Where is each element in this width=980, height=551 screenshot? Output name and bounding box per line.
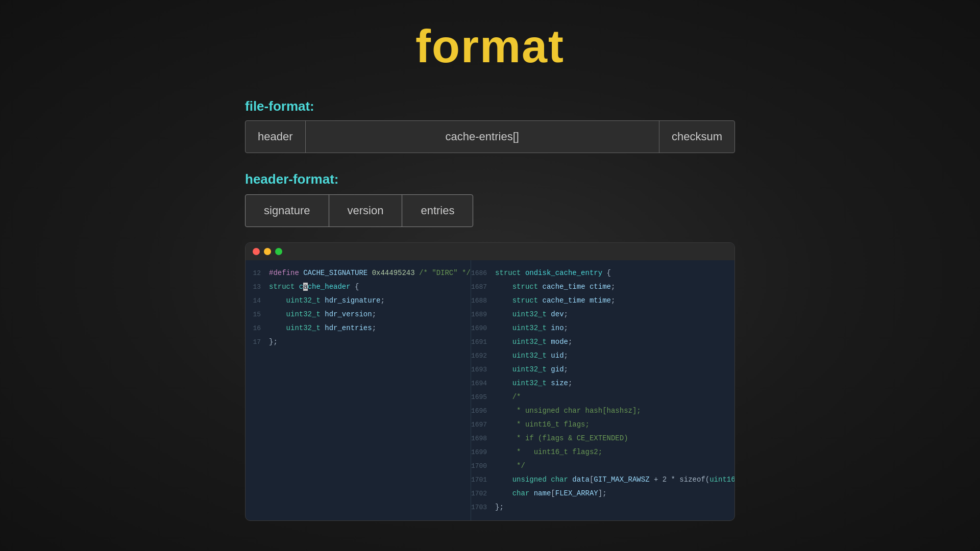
code-line: 1699 * uint16_t flags2; — [471, 445, 735, 459]
file-format-table: header cache-entries[] checksum — [245, 120, 735, 153]
code-line: 1698 * if (flags & CE_EXTENDED) — [471, 432, 735, 445]
format-cell-header: header — [246, 121, 306, 153]
hf-box-signature: signature — [245, 194, 329, 227]
code-line: 14 uint32_t hdr_signature; — [246, 294, 471, 308]
hf-box-version: version — [329, 194, 403, 227]
code-line: 1686 struct ondisk_cache_entry { — [471, 266, 735, 280]
code-line: 1703 }; — [471, 500, 735, 514]
content-area: file-format: header cache-entries[] chec… — [245, 98, 735, 521]
code-line: 1702 char name[FLEX_ARRAY]; — [471, 487, 735, 500]
code-line: 1694 uint32_t size; — [471, 377, 735, 390]
hf-box-entries: entries — [402, 194, 473, 227]
code-line: 16 uint32_t hdr_entries; — [246, 321, 471, 335]
dot-yellow[interactable] — [264, 248, 271, 255]
code-line: 15 uint32_t hdr_version; — [246, 308, 471, 321]
code-line: 1696 * unsigned char hash[hashsz]; — [471, 404, 735, 418]
code-line: 1695 /* — [471, 390, 735, 404]
format-cell-checksum: checksum — [659, 121, 734, 153]
code-line: 1691 uint32_t mode; — [471, 335, 735, 349]
page-title: format — [415, 20, 565, 73]
code-line: 1687 struct cache_time ctime; — [471, 280, 735, 294]
code-line: 1692 uint32_t uid; — [471, 349, 735, 363]
code-line: 1688 struct cache_time mtime; — [471, 294, 735, 308]
code-line: 1700 */ — [471, 459, 735, 473]
code-panel-right: 1686 struct ondisk_cache_entry { 1687 st… — [471, 260, 735, 520]
code-line: 1693 uint32_t gid; — [471, 363, 735, 377]
code-editor: 12 #define CACHE_SIGNATURE 0x44495243 /*… — [245, 242, 735, 521]
format-cell-cache-entries: cache-entries[] — [306, 121, 659, 153]
editor-content: 12 #define CACHE_SIGNATURE 0x44495243 /*… — [246, 260, 734, 520]
code-line: 13 struct cache_header { — [246, 280, 471, 294]
dot-green[interactable] — [275, 248, 282, 255]
code-panel-left: 12 #define CACHE_SIGNATURE 0x44495243 /*… — [246, 260, 471, 520]
code-line: 1697 * uint16_t flags; — [471, 418, 735, 432]
page-container: format file-format: header cache-entries… — [0, 0, 980, 551]
dot-red[interactable] — [253, 248, 260, 255]
editor-titlebar — [246, 243, 734, 260]
code-line: 1690 uint32_t ino; — [471, 321, 735, 335]
code-line: 17 }; — [246, 335, 471, 349]
code-line: 1701 unsigned char data[GIT_MAX_RAWSZ + … — [471, 473, 735, 487]
header-format-label: header-format: — [245, 171, 735, 187]
file-format-label: file-format: — [245, 98, 735, 114]
code-line: 12 #define CACHE_SIGNATURE 0x44495243 /*… — [246, 266, 471, 280]
code-line: 1689 uint32_t dev; — [471, 308, 735, 321]
header-format-boxes: signature version entries — [245, 194, 735, 227]
